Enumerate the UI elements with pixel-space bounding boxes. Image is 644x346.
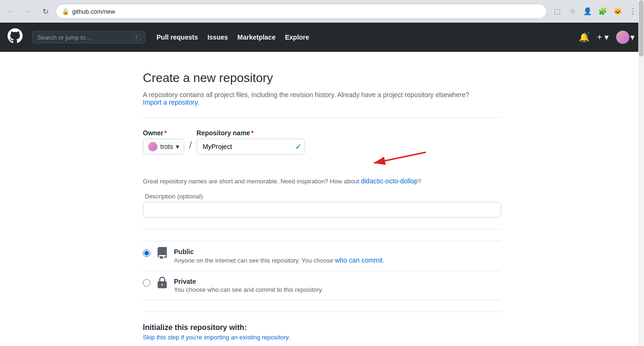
owner-avatar-icon — [148, 142, 157, 151]
who-can-commit-link[interactable]: who can commit — [335, 256, 383, 264]
user-avatar — [616, 31, 629, 44]
divider-2 — [143, 229, 501, 230]
divider-3 — [143, 312, 501, 312]
nav-explore[interactable]: Explore — [285, 33, 309, 41]
owner-repo-row: Owner* trots ▾ / Repository name* ✓ — [143, 129, 501, 155]
cast-button[interactable]: ⬚ — [551, 5, 564, 18]
avatar-button[interactable]: 🐱 — [611, 5, 624, 18]
private-lock-icon — [156, 277, 168, 292]
description-label: Description(optional) — [143, 192, 501, 200]
page-subtitle: A repository contains all project files,… — [143, 91, 501, 106]
public-option: Public Anyone on the internet can see th… — [143, 241, 501, 271]
search-kbd: / — [133, 33, 140, 41]
description-input[interactable] — [143, 202, 501, 218]
page-title: Create a new repository — [143, 71, 501, 85]
init-section-title: Initialize this repository with: — [143, 323, 501, 332]
scrollbar-track[interactable] — [638, 0, 644, 346]
public-title: Public — [174, 248, 501, 255]
notification-dot — [586, 31, 590, 35]
owner-select[interactable]: trots ▾ — [143, 139, 184, 155]
repo-suggestion-link[interactable]: didactic-octo-dollop — [361, 177, 418, 185]
subtitle-text: A repository contains all project files,… — [143, 91, 469, 99]
repo-hint-text: Great repository names are short and mem… — [143, 178, 361, 185]
import-link[interactable]: Import a repository. — [143, 99, 199, 106]
menu-button[interactable]: ⋮ — [626, 5, 639, 18]
red-arrow-annotation — [360, 150, 445, 167]
repo-hint: Great repository names are short and mem… — [143, 177, 501, 185]
repo-required: * — [251, 129, 253, 137]
search-input[interactable] — [37, 34, 129, 41]
slash-separator: / — [189, 140, 192, 154]
owner-value: trots — [160, 143, 173, 150]
nav-marketplace[interactable]: Marketplace — [238, 33, 276, 41]
private-radio[interactable] — [143, 279, 150, 287]
navbar-right: 🔔 + ▾ ▾ — [577, 29, 636, 46]
address-bar[interactable]: 🔒 github.com/new — [56, 4, 547, 19]
nav-pull-requests[interactable]: Pull requests — [157, 33, 198, 41]
divider-1 — [143, 117, 501, 118]
visibility-options: Public Anyone on the internet can see th… — [143, 241, 501, 300]
user-menu-button[interactable]: ▾ — [614, 29, 636, 46]
public-desc: Anyone on the internet can see this repo… — [174, 256, 501, 264]
new-button[interactable]: + ▾ — [595, 30, 611, 44]
private-desc: You choose who can see and commit to thi… — [174, 286, 501, 293]
nav-issues[interactable]: Issues — [207, 33, 228, 41]
init-section: Initialize this repository with: Skip th… — [143, 323, 501, 346]
owner-label: Owner* — [143, 129, 184, 137]
annotation-container — [143, 158, 501, 175]
browser-url: github.com/new — [72, 8, 541, 15]
bookmark-button[interactable]: ☆ — [566, 5, 579, 18]
scrollbar-thumb[interactable] — [639, 0, 644, 57]
private-content: Private You choose who can see and commi… — [174, 278, 501, 293]
browser-toolbar: ← → ↻ 🔒 github.com/new ⬚ ☆ 👤 🧩 🐱 ⋮ — [0, 0, 644, 23]
browser-actions: ⬚ ☆ 👤 🧩 🐱 ⋮ — [551, 5, 639, 18]
extensions-button[interactable]: 🧩 — [596, 5, 609, 18]
public-radio[interactable] — [143, 249, 150, 257]
notifications-button[interactable]: 🔔 — [577, 30, 591, 44]
lock-icon: 🔒 — [62, 8, 69, 15]
browser-chrome: ← → ↻ 🔒 github.com/new ⬚ ☆ 👤 🧩 🐱 ⋮ — [0, 0, 644, 23]
public-content: Public Anyone on the internet can see th… — [174, 248, 501, 264]
nav-links: Pull requests Issues Marketplace Explore — [157, 33, 309, 41]
description-group: Description(optional) — [143, 192, 501, 218]
check-icon: ✓ — [295, 142, 301, 151]
repo-hint-suffix: ? — [418, 178, 421, 185]
public-book-icon — [156, 247, 168, 263]
reload-button[interactable]: ↻ — [39, 5, 52, 18]
init-section-subtitle[interactable]: Skip this step if you're importing an ex… — [143, 334, 501, 341]
search-bar[interactable]: / — [32, 31, 145, 43]
owner-group: Owner* trots ▾ — [143, 129, 184, 155]
back-button[interactable]: ← — [5, 5, 18, 18]
owner-required: * — [165, 129, 167, 137]
github-navbar: / Pull requests Issues Marketplace Explo… — [0, 23, 644, 52]
repo-name-group: Repository name* ✓ — [197, 129, 305, 155]
profile-button[interactable]: 👤 — [581, 5, 594, 18]
private-option: Private You choose who can see and commi… — [143, 271, 501, 300]
github-logo[interactable] — [8, 28, 23, 46]
forward-button[interactable]: → — [22, 5, 35, 18]
repo-name-input[interactable] — [197, 139, 305, 155]
main-content: Create a new repository A repository con… — [133, 52, 511, 346]
repo-name-input-wrap: ✓ — [197, 139, 305, 155]
owner-chevron-icon: ▾ — [176, 143, 179, 150]
private-title: Private — [174, 278, 501, 285]
repo-name-label: Repository name* — [197, 129, 305, 137]
